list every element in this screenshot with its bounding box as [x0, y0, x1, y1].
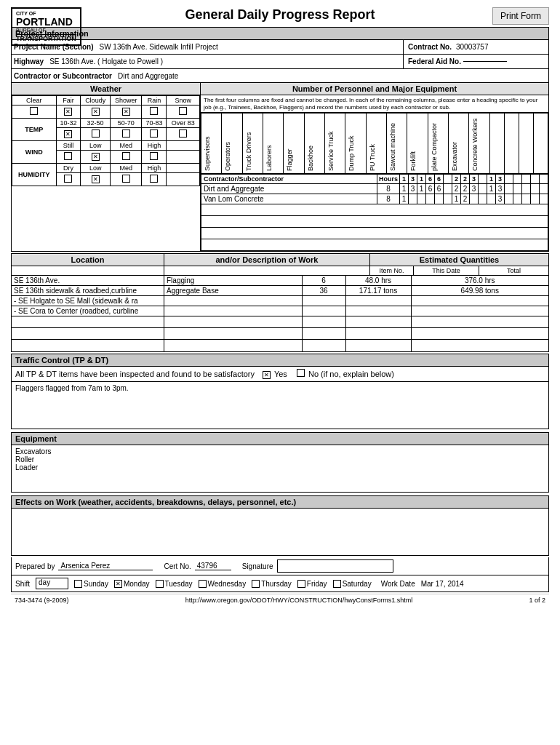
snow-checkbox[interactable] — [167, 105, 200, 119]
traffic-notes-text: Flaggers flagged from 7am to 3pm. — [15, 384, 129, 392]
humidity-high-checkbox[interactable] — [142, 173, 167, 186]
item-4 — [303, 306, 346, 316]
traffic-inspection-row: All TP & DT items have been inspected an… — [11, 367, 549, 382]
wind-label-row: WIND Still Low Med High — [12, 141, 200, 151]
col-concrete-workers: Concrete Workers — [469, 113, 489, 174]
saturday-check[interactable]: Saturday — [333, 580, 372, 588]
work-date-label: Work Date — [381, 580, 415, 588]
monday-label: Monday — [124, 580, 150, 588]
fair-checkbox[interactable] — [56, 105, 81, 119]
shower-checkbox[interactable] — [110, 105, 142, 119]
prepared-by-value[interactable]: Arsenica Perez — [58, 562, 153, 570]
signature-label: Signature — [242, 562, 273, 570]
total-2: 649.98 tons — [412, 286, 549, 295]
work-date-value: Mar 17, 2014 — [421, 580, 464, 588]
equipment-list-text: Excavators Roller Loader — [15, 447, 545, 471]
temp-3250-checkbox[interactable] — [81, 128, 110, 141]
monday-check[interactable]: Monday — [114, 580, 150, 588]
humidity-med-checkbox[interactable] — [110, 173, 142, 186]
wednesday-check[interactable]: Wednesday — [199, 580, 247, 588]
project-info-header: Project Information — [11, 27, 549, 40]
col-extra1 — [489, 113, 504, 174]
cloudy-checkbox[interactable] — [81, 105, 110, 119]
bottom-bar: 734-3474 (9-2009) http://www.oregon.gov/… — [11, 594, 549, 606]
wind-low-checkbox[interactable] — [81, 151, 110, 164]
contractor-value: Dirt and Aggregate — [114, 71, 548, 81]
monday-checkbox[interactable] — [114, 580, 122, 588]
total-sub-header: Total — [479, 266, 548, 275]
weather-header: Weather — [12, 83, 200, 95]
highway-label: Highway — [12, 56, 46, 67]
col-supervisors: Supervisors — [201, 113, 222, 174]
tuesday-check[interactable]: Tuesday — [156, 580, 193, 588]
table-row — [201, 239, 548, 251]
snow-label: Snow — [167, 96, 200, 105]
traffic-control-header: Traffic Control (TP & DT) — [11, 354, 549, 367]
location-section: Location and/or Description of Work Esti… — [11, 253, 549, 352]
logo: CITY OF Portland BUREAU OF Transportatio… — [11, 7, 81, 46]
yes-checkbox-container[interactable]: Yes — [263, 370, 289, 378]
table-row: Van Lom Concrete 8 1 1 2 — [201, 194, 548, 204]
logo-portland: Portland — [16, 16, 76, 28]
location-row-2: SE 136th sidewalk & roadbed,curbline Agg… — [12, 286, 548, 296]
traffic-notes-box[interactable]: Flaggers flagged from 7am to 3pm. — [11, 382, 549, 429]
equipment-list-box[interactable]: Excavators Roller Loader — [11, 445, 549, 493]
shift-value[interactable]: day — [36, 578, 68, 589]
contract-no-value: 30003757 — [454, 43, 489, 51]
weather-equipment-section: Weather Clear Fair Cloudy Shower Rain Sn… — [11, 83, 549, 252]
shift-row: Shift day Sunday Monday Tuesday Wednesda… — [11, 575, 549, 592]
tuesday-label: Tuesday — [165, 580, 193, 588]
sunday-checkbox[interactable] — [74, 580, 82, 588]
col-dump-truck: Dump Truck — [345, 113, 366, 174]
no-checkbox-container[interactable]: No (if no, explain below) — [297, 370, 394, 378]
humidity-low-checkbox[interactable] — [81, 173, 110, 186]
thursday-check[interactable]: Thursday — [252, 580, 292, 588]
friday-checkbox[interactable] — [297, 580, 305, 588]
project-name-row: Project Name (Section) SW 136th Ave. Sid… — [12, 40, 548, 55]
humidity-label-row: HUMIDITY Dry Low Med High — [12, 164, 200, 173]
temp-1032-checkbox[interactable] — [56, 128, 81, 141]
wind-med-checkbox[interactable] — [110, 151, 142, 164]
temp-row: TEMP 10-32 32-50 50-70 70-83 Over 83 — [12, 119, 200, 128]
temp-over83-checkbox[interactable] — [167, 128, 200, 141]
wind-high-checkbox[interactable] — [142, 151, 167, 164]
equipment-header-row: Supervisors Operators Truck Drivers Labo… — [201, 113, 548, 174]
tuesday-checkbox[interactable] — [156, 580, 164, 588]
sunday-check[interactable]: Sunday — [74, 580, 108, 588]
total-1: 376.0 hrs — [412, 276, 549, 285]
humidity-dry-checkbox[interactable] — [56, 173, 81, 186]
location-row-5 — [12, 316, 548, 328]
table-row: Dirt and Aggregate 8 1 3 1 6 6 2 2 3 — [201, 184, 548, 194]
fair-label: Fair — [56, 96, 81, 105]
col-excavator: Excavator — [449, 113, 469, 174]
col-plate-compactor: plate Compactor — [428, 113, 448, 174]
col-flagger: Flagger — [284, 113, 304, 174]
print-button[interactable]: Print Form — [492, 7, 549, 25]
form-number: 734-3474 (9-2009) — [15, 597, 69, 604]
shower-label: Shower — [110, 96, 142, 105]
yes-checkbox[interactable] — [263, 371, 271, 379]
no-checkbox[interactable] — [297, 369, 305, 377]
logo-transport: Transportation — [16, 34, 76, 42]
saturday-checkbox[interactable] — [333, 580, 341, 588]
temp-label: TEMP — [12, 119, 57, 141]
thursday-checkbox[interactable] — [252, 580, 260, 588]
temp-5070-checkbox[interactable] — [110, 128, 142, 141]
col-extra2 — [504, 113, 519, 174]
contractor-col-header: Contractor/Subcontractor — [201, 175, 377, 184]
desc-1: Flagging — [164, 276, 303, 285]
wednesday-checkbox[interactable] — [199, 580, 207, 588]
rain-label: Rain — [142, 96, 167, 105]
rain-checkbox[interactable] — [142, 105, 167, 119]
effects-box[interactable] — [11, 509, 549, 556]
weather-labels-row: Clear Fair Cloudy Shower Rain Snow — [12, 96, 200, 105]
personnel-section: Number of Personnel and Major Equipment … — [201, 83, 548, 251]
friday-check[interactable]: Friday — [297, 580, 327, 588]
temp-7083-checkbox[interactable] — [142, 128, 167, 141]
clear-checkbox[interactable] — [12, 105, 57, 119]
location-row-6 — [12, 328, 548, 340]
col-extra3 — [519, 113, 533, 174]
wind-still-checkbox[interactable] — [56, 151, 81, 164]
signature-box[interactable] — [277, 559, 393, 573]
cert-value[interactable]: 43796 — [195, 562, 231, 570]
